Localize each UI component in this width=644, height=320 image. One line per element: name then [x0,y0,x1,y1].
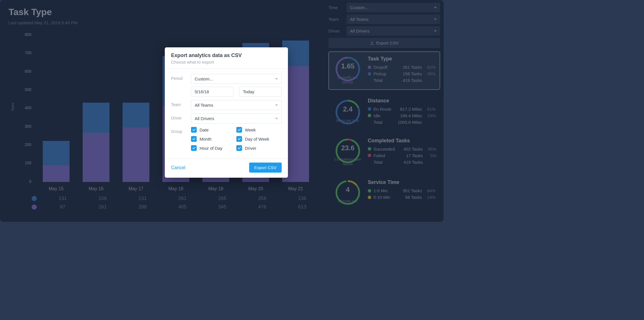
team-select-modal[interactable]: All Teams [191,100,282,110]
group-label: Group [171,127,191,134]
chevron-down-icon [275,118,278,120]
checkbox-day-of-week[interactable] [236,136,242,142]
checkbox-week[interactable] [236,127,242,133]
checkbox-date[interactable] [191,127,197,133]
modal-title: Export analytics data as CSV [171,52,282,58]
driver-label: Driver [171,114,191,120]
period-label: Period [171,74,191,81]
chevron-down-icon [275,78,278,80]
checkbox-hour-of-day[interactable] [191,145,197,151]
export-csv-submit-button[interactable]: Export CSV [249,163,282,173]
driver-select-modal[interactable]: All Drivers [191,114,282,123]
checkbox-month[interactable] [191,136,197,142]
date-from-input[interactable]: 5/16/18 [191,87,233,97]
date-to-input[interactable]: Today [239,87,282,97]
export-modal: Export analytics data as CSV Choose what… [165,47,288,178]
modal-subtitle: Choose what to export [171,60,282,64]
checkbox-driver[interactable] [236,145,242,151]
chevron-down-icon [275,104,278,106]
cancel-button[interactable]: Cancel [171,165,185,170]
team-label: Team [171,100,191,107]
period-select[interactable]: Custom... [191,74,282,84]
